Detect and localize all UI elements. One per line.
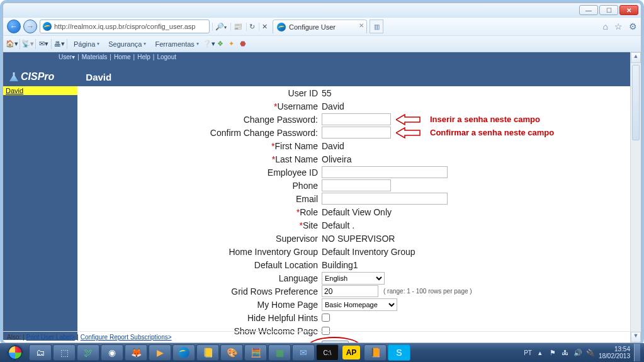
url-text: http://realmox.iq.usp.br/cispro/config_u… [54, 23, 195, 30]
nav-forward-button[interactable]: → [23, 20, 37, 33]
menu-ferramentas[interactable]: Ferramentas▾ [151, 39, 202, 49]
val-user-id: 55 [322, 88, 630, 98]
home-page-select[interactable]: Basic Homepage [322, 298, 397, 311]
new-tab-button[interactable]: ▥ [370, 20, 383, 33]
tray-network-icon[interactable]: 🖧 [561, 348, 570, 357]
home-icon[interactable]: ⌂ [603, 21, 608, 31]
arrow-left-icon [396, 127, 425, 139]
tray-power-icon[interactable]: 🔌 [586, 348, 595, 357]
cmd-help-icon[interactable]: ❔▾ [204, 39, 214, 49]
cmd-ext3-icon[interactable]: ⬣ [238, 39, 248, 49]
nav-help[interactable]: Help [137, 54, 150, 60]
lbl-employee-id: Employee ID [77, 167, 322, 178]
val-def-loc: Building1 [322, 260, 630, 270]
nav-materials[interactable]: Materials [82, 54, 108, 60]
lbl-grid-rows: Grid Rows Preference [77, 286, 322, 297]
lbl-phone: Phone [77, 181, 322, 191]
lbl-role: Role [300, 207, 318, 217]
lbl-def-loc: Default Location [77, 260, 322, 270]
tray-lang[interactable]: PT [524, 349, 532, 356]
cmd-ext2-icon[interactable]: ✦ [227, 39, 237, 49]
taskbar-ap-icon[interactable]: AP [340, 344, 363, 361]
window-close-button[interactable]: ✕ [619, 5, 638, 15]
scroll-up-button[interactable]: ▲ [631, 52, 641, 63]
favorites-icon[interactable]: ☆ [614, 21, 623, 31]
taskbar-cmd-icon[interactable]: C:\ [316, 344, 339, 361]
system-tray: PT ▴ ⚑ 🖧 🔊 🔌 13:54 18/02/2013 [524, 344, 641, 361]
compat-icon[interactable]: 📰 [230, 23, 245, 31]
nav-home[interactable]: Home [114, 54, 131, 60]
link-print-label[interactable]: Print User Label> [26, 334, 76, 341]
link-config-reports[interactable]: Configure Report Subscriptions> [81, 334, 172, 341]
url-field[interactable]: http://realmox.iq.usp.br/cispro/config_u… [40, 20, 210, 33]
left-sidebar: David [3, 86, 77, 331]
window-titlebar: — ☐ ✕ [3, 3, 641, 17]
taskbar-calc-icon[interactable]: 🧮 [244, 344, 267, 361]
lbl-home-inv: Home Inventory Group [77, 247, 322, 257]
lbl-language: Language [77, 273, 322, 283]
menu-pagina[interactable]: Página▾ [70, 39, 103, 49]
cispro-header: CISPro David [3, 61, 630, 86]
search-icon[interactable]: 🔎▾ [212, 23, 229, 31]
taskbar-app2-icon[interactable]: 📒 [196, 344, 219, 361]
scroll-thumb[interactable] [632, 65, 640, 140]
lbl-hide-hints: Hide Helpful Hints [77, 313, 322, 323]
tray-clock[interactable]: 13:54 18/02/2013 [599, 346, 630, 359]
tray-volume-icon[interactable]: 🔊 [573, 348, 582, 357]
vertical-scrollbar[interactable]: ▲ ▼ [630, 52, 641, 342]
tab-close-icon[interactable]: ✕ [359, 22, 364, 29]
phone-field[interactable] [322, 179, 391, 191]
val-role: Default View Only [322, 207, 630, 217]
taskbar-app-icon[interactable]: 🕊 [77, 344, 99, 361]
nav-logout[interactable]: Logout [157, 54, 176, 60]
window-maximize-button[interactable]: ☐ [599, 5, 618, 15]
grid-rows-field[interactable] [322, 285, 378, 297]
tray-flag-icon[interactable]: ⚑ [548, 348, 557, 357]
stop-button[interactable]: ✕ [259, 23, 270, 31]
menu-seguranca[interactable]: Segurança▾ [105, 39, 150, 49]
taskbar-skype-icon[interactable]: S [388, 344, 410, 361]
lbl-email: Email [77, 194, 322, 204]
taskbar-excel-icon[interactable]: ▦ [268, 344, 291, 361]
tab-favicon-icon [277, 23, 286, 31]
lbl-site: Site [303, 220, 318, 230]
show-desktop-button[interactable] [634, 344, 640, 361]
val-last-name: Oliveira [322, 154, 630, 164]
nav-back-button[interactable]: ← [7, 20, 21, 33]
cmd-print-icon[interactable]: 🖶▾ [54, 39, 64, 49]
val-supervisor: NO SUPERVISOR [322, 234, 630, 244]
refresh-button[interactable]: ↻ [246, 23, 257, 31]
taskbar-chrome-icon[interactable]: ◉ [101, 344, 123, 361]
taskbar-firefox-icon[interactable]: 🦊 [125, 344, 147, 361]
start-button[interactable] [3, 344, 28, 361]
val-site: Default . [322, 220, 630, 230]
scroll-down-button[interactable]: ▼ [631, 332, 641, 342]
annotation-insert-pw: Inserir a senha neste campo [430, 115, 556, 124]
hide-hints-checkbox[interactable] [322, 314, 330, 322]
browser-tab[interactable]: Configure User ✕ [273, 20, 367, 33]
tools-gear-icon[interactable]: ⚙ [629, 21, 637, 31]
nav-user[interactable]: User▾ [59, 54, 75, 60]
taskbar-explorer-icon[interactable]: 🗂 [29, 344, 52, 361]
cmd-ext1-icon[interactable]: ❖ [215, 39, 225, 49]
ie-icon [43, 22, 52, 31]
taskbar-app3-icon[interactable]: 📙 [364, 344, 387, 361]
taskbar-paint-icon[interactable]: 🎨 [220, 344, 243, 361]
lbl-username: Username [277, 101, 318, 111]
cmd-home-icon[interactable]: 🏠▾ [7, 39, 17, 49]
language-select[interactable]: English [322, 272, 385, 285]
taskbar-dropbox-icon[interactable]: ⬚ [53, 344, 76, 361]
sidebar-item-selected[interactable]: David [3, 86, 77, 95]
tray-chevron-up-icon[interactable]: ▴ [536, 348, 545, 357]
cmd-mail-icon[interactable]: ✉▾ [38, 39, 48, 49]
employee-id-field[interactable] [322, 166, 448, 178]
window-minimize-button[interactable]: — [579, 5, 598, 15]
cmd-feeds-icon[interactable]: 📡▾ [23, 39, 33, 49]
confirm-password-field[interactable] [322, 127, 391, 139]
taskbar-ie-icon[interactable] [172, 344, 195, 361]
taskbar-wmp-icon[interactable]: ▶ [149, 344, 171, 361]
email-field[interactable] [322, 193, 448, 205]
taskbar-thunderbird-icon[interactable]: ✉ [292, 344, 315, 361]
change-password-field[interactable] [322, 113, 391, 125]
browser-command-bar: 🏠▾ 📡▾ ✉▾ 🖶▾ Página▾ Segurança▾ Ferrament… [3, 36, 641, 52]
